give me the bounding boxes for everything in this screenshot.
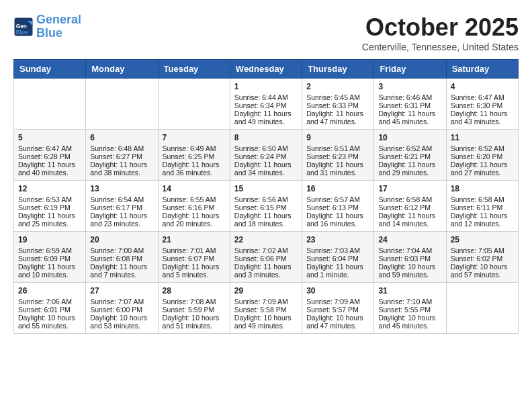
day-info: Daylight: 10 hours and 51 minutes. (163, 314, 226, 330)
day-info: Sunset: 5:59 PM (163, 306, 226, 314)
day-info: Sunset: 6:00 PM (90, 306, 153, 314)
day-number: 30 (306, 286, 369, 295)
calendar-cell: 21Sunrise: 7:01 AMSunset: 6:07 PMDayligh… (158, 232, 230, 283)
day-info: Sunset: 6:11 PM (451, 203, 514, 212)
day-info: Sunset: 6:04 PM (306, 255, 369, 263)
weekday-header-friday: Friday (374, 60, 446, 79)
day-info: Sunset: 6:09 PM (18, 255, 81, 263)
calendar-cell: 2Sunrise: 6:45 AMSunset: 6:33 PMDaylight… (302, 79, 374, 130)
day-number: 24 (378, 235, 441, 244)
day-info: Sunrise: 6:45 AM (306, 93, 369, 101)
calendar-cell: 25Sunrise: 7:05 AMSunset: 6:02 PMDayligh… (446, 232, 518, 283)
day-info: Daylight: 10 hours and 53 minutes. (90, 314, 153, 330)
day-info: Daylight: 11 hours and 49 minutes. (234, 109, 298, 126)
day-info: Sunset: 6:23 PM (306, 152, 369, 161)
calendar-cell: 6Sunrise: 6:48 AMSunset: 6:27 PMDaylight… (86, 130, 158, 181)
day-info: Sunrise: 7:09 AM (234, 298, 298, 306)
day-info: Sunset: 6:20 PM (451, 152, 514, 161)
day-info: Daylight: 11 hours and 1 minute. (306, 263, 369, 279)
day-info: Sunrise: 7:08 AM (163, 298, 226, 306)
day-info: Sunrise: 6:53 AM (18, 195, 81, 203)
day-number: 1 (234, 82, 298, 91)
day-info: Daylight: 11 hours and 12 minutes. (451, 212, 514, 228)
calendar-cell: 7Sunrise: 6:49 AMSunset: 6:25 PMDaylight… (158, 130, 230, 181)
day-info: Sunset: 5:57 PM (306, 306, 369, 314)
day-info: Sunset: 6:02 PM (451, 255, 514, 263)
day-info: Daylight: 11 hours and 45 minutes. (378, 109, 441, 126)
calendar-cell: 12Sunrise: 6:53 AMSunset: 6:19 PMDayligh… (14, 181, 86, 232)
page-header: Gen Blue GeneralBlue October 2025 Center… (13, 13, 519, 52)
weekday-header-row: SundayMondayTuesdayWednesdayThursdayFrid… (14, 60, 519, 79)
day-number: 17 (378, 184, 441, 193)
day-number: 18 (451, 184, 514, 193)
calendar-cell: 20Sunrise: 7:00 AMSunset: 6:08 PMDayligh… (86, 232, 158, 283)
day-info: Daylight: 10 hours and 59 minutes. (378, 263, 441, 279)
day-info: Sunrise: 6:55 AM (163, 195, 226, 203)
day-info: Daylight: 11 hours and 5 minutes. (163, 263, 226, 279)
day-info: Sunrise: 6:58 AM (451, 195, 514, 203)
day-info: Sunset: 6:31 PM (378, 101, 441, 109)
location: Centerville, Tennessee, United States (362, 42, 519, 52)
day-info: Sunset: 6:21 PM (378, 152, 441, 161)
day-info: Daylight: 11 hours and 40 minutes. (18, 161, 81, 177)
weekday-header-saturday: Saturday (446, 60, 518, 79)
day-info: Sunset: 6:06 PM (234, 255, 298, 263)
day-number: 12 (18, 184, 81, 193)
day-number: 7 (163, 133, 226, 142)
calendar-cell: 19Sunrise: 6:59 AMSunset: 6:09 PMDayligh… (14, 232, 86, 283)
day-info: Sunrise: 6:59 AM (18, 246, 81, 255)
weekday-header-thursday: Thursday (302, 60, 374, 79)
day-info: Sunset: 6:03 PM (378, 255, 441, 263)
day-info: Sunset: 6:01 PM (18, 306, 81, 314)
day-info: Daylight: 11 hours and 25 minutes. (18, 212, 81, 228)
day-info: Sunrise: 6:54 AM (90, 195, 153, 203)
day-info: Daylight: 11 hours and 43 minutes. (451, 109, 514, 126)
day-info: Sunrise: 7:06 AM (18, 298, 81, 306)
day-number: 28 (163, 286, 226, 295)
day-info: Sunset: 5:58 PM (234, 306, 298, 314)
day-info: Daylight: 11 hours and 16 minutes. (306, 212, 369, 228)
month-title: October 2025 (362, 13, 519, 42)
calendar-cell (14, 79, 86, 130)
day-info: Sunrise: 7:07 AM (90, 298, 153, 306)
title-section: October 2025 Centerville, Tennessee, Uni… (362, 13, 519, 52)
day-info: Daylight: 11 hours and 3 minutes. (234, 263, 298, 279)
day-info: Daylight: 10 hours and 49 minutes. (234, 314, 298, 330)
day-info: Sunset: 6:30 PM (451, 101, 514, 109)
day-info: Sunset: 6:07 PM (163, 255, 226, 263)
day-info: Sunset: 6:15 PM (234, 203, 298, 212)
day-number: 20 (90, 235, 153, 244)
weekday-header-wednesday: Wednesday (230, 60, 302, 79)
day-info: Sunrise: 6:46 AM (378, 93, 441, 101)
day-info: Sunset: 5:55 PM (378, 306, 441, 314)
calendar-cell: 13Sunrise: 6:54 AMSunset: 6:17 PMDayligh… (86, 181, 158, 232)
day-info: Daylight: 11 hours and 27 minutes. (451, 161, 514, 177)
day-info: Daylight: 11 hours and 38 minutes. (90, 161, 153, 177)
day-info: Daylight: 11 hours and 34 minutes. (234, 161, 298, 177)
calendar-cell (86, 79, 158, 130)
calendar-cell: 31Sunrise: 7:10 AMSunset: 5:55 PMDayligh… (374, 283, 446, 334)
calendar-cell: 4Sunrise: 6:47 AMSunset: 6:30 PMDaylight… (446, 79, 518, 130)
calendar-cell: 28Sunrise: 7:08 AMSunset: 5:59 PMDayligh… (158, 283, 230, 334)
day-info: Sunrise: 6:57 AM (306, 195, 369, 203)
day-info: Sunset: 6:25 PM (163, 152, 226, 161)
calendar-cell: 3Sunrise: 6:46 AMSunset: 6:31 PMDaylight… (374, 79, 446, 130)
calendar-cell: 26Sunrise: 7:06 AMSunset: 6:01 PMDayligh… (14, 283, 86, 334)
day-number: 26 (18, 286, 81, 295)
day-number: 3 (378, 82, 441, 91)
day-number: 22 (234, 235, 298, 244)
week-row-2: 5Sunrise: 6:47 AMSunset: 6:28 PMDaylight… (14, 130, 519, 181)
day-info: Sunrise: 6:44 AM (234, 93, 298, 101)
day-info: Daylight: 11 hours and 29 minutes. (378, 161, 441, 177)
day-info: Sunrise: 6:51 AM (306, 144, 369, 152)
day-info: Sunrise: 6:58 AM (378, 195, 441, 203)
svg-text:Blue: Blue (16, 29, 28, 35)
day-info: Daylight: 11 hours and 10 minutes. (18, 263, 81, 279)
day-number: 16 (306, 184, 369, 193)
day-info: Daylight: 11 hours and 23 minutes. (90, 212, 153, 228)
day-number: 6 (90, 133, 153, 142)
weekday-header-sunday: Sunday (14, 60, 86, 79)
week-row-4: 19Sunrise: 6:59 AMSunset: 6:09 PMDayligh… (14, 232, 519, 283)
day-info: Sunrise: 6:50 AM (234, 144, 298, 152)
day-info: Sunrise: 6:52 AM (378, 144, 441, 152)
